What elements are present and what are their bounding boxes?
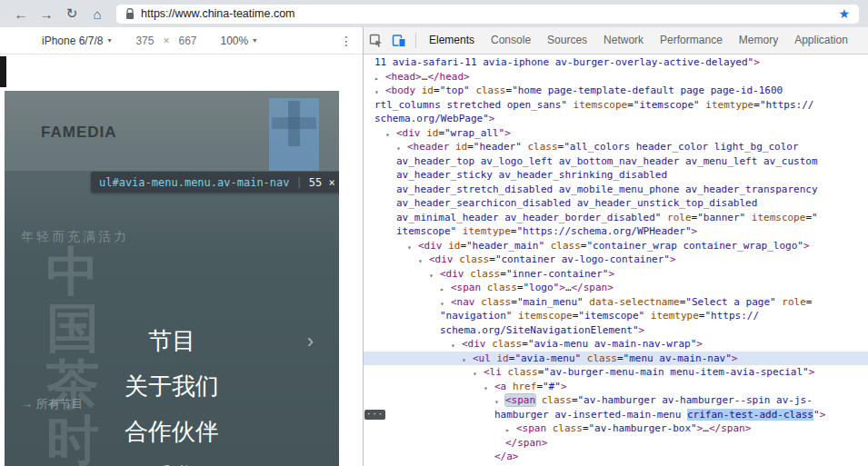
browser-toolbar: ← → ↻ ⌂ https://www.china-teatime.com ★ bbox=[0, 0, 868, 27]
tree-line[interactable]: </span> bbox=[364, 436, 868, 451]
device-toolbar: iPhone 6/7/8 ▾ 375 × 667 100% ▾ ⋮ bbox=[0, 27, 363, 55]
toolbar-divider bbox=[415, 33, 416, 48]
tab-console[interactable]: Console bbox=[483, 27, 539, 54]
zoom-select[interactable]: 100% ▾ bbox=[220, 35, 256, 47]
device-select[interactable]: iPhone 6/7/8 ▾ bbox=[42, 35, 111, 47]
back-button[interactable]: ← bbox=[9, 3, 33, 25]
tree-line[interactable]: ▾<nav class="main_menu" data-selectname=… bbox=[364, 295, 868, 310]
tab-performance[interactable]: Performance bbox=[652, 27, 731, 54]
hamburger-icon bbox=[272, 117, 316, 129]
tree-line[interactable]: ▾<div id="wrap_all"> bbox=[364, 126, 868, 141]
tree-line[interactable]: ▾<ul id="avia-menu" class="menu av-main-… bbox=[364, 352, 868, 366]
tree-line[interactable]: ▾<div class="container av-logo-container… bbox=[364, 253, 868, 267]
viewport-width-input[interactable]: 375 bbox=[135, 35, 154, 47]
tree-line[interactable]: schema.org/WebPage"> bbox=[364, 112, 868, 126]
bookmark-star-icon[interactable]: ★ bbox=[838, 7, 850, 20]
tree-line[interactable]: ▸<span class="logo">…</span> bbox=[364, 281, 868, 295]
tooltip-selector: ul#avia-menu.menu.av-main-nav bbox=[99, 176, 290, 189]
tree-line[interactable]: ▾<header id="header" class="all_colors h… bbox=[364, 140, 868, 154]
device-screen: FAMEDIA 年轻而充满活力 中国茶时 节目›关于我们合作伙伴联系我们 → 所… bbox=[5, 91, 339, 466]
tooltip-dimensions: 55 × 80 bbox=[309, 176, 339, 189]
tab-sources[interactable]: Sources bbox=[539, 27, 595, 54]
menu-item[interactable]: 节目› bbox=[5, 318, 339, 363]
all-programs-link[interactable]: → 所有节目 bbox=[21, 396, 84, 412]
elements-tree: 11 avia-safari-11 avia-iphone av-burger-… bbox=[364, 55, 868, 466]
content-area: iPhone 6/7/8 ▾ 375 × 667 100% ▾ ⋮ FAMEDI… bbox=[0, 27, 868, 466]
tree-line[interactable]: ▾<a href="#"> bbox=[364, 380, 868, 394]
viewport-height-input[interactable]: 667 bbox=[178, 35, 196, 47]
menu-item-label: 合作伙伴 bbox=[125, 418, 219, 445]
tree-line[interactable]: "navigation" itemscope="itemscope" itemt… bbox=[364, 309, 868, 323]
devtools-tabs: ElementsConsoleSourcesNetworkPerformance… bbox=[421, 27, 856, 54]
home-button[interactable]: ⌂ bbox=[85, 3, 109, 25]
tree-line[interactable]: av_header_top av_logo_left av_bottom_nav… bbox=[364, 154, 868, 169]
devtools-tabbar: ElementsConsoleSourcesNetworkPerformance… bbox=[364, 27, 868, 55]
tree-line[interactable]: av_header_stretch_disabled av_mobile_men… bbox=[364, 183, 868, 197]
forward-button[interactable]: → bbox=[35, 3, 58, 25]
tree-line[interactable]: ▾<body id="top" class="home page-templat… bbox=[364, 84, 868, 98]
lock-icon bbox=[125, 8, 135, 20]
tab-application[interactable]: Application bbox=[786, 27, 856, 54]
inspect-highlight-overlay bbox=[269, 98, 319, 171]
device-toolbar-toggle-icon[interactable] bbox=[387, 29, 411, 53]
page-edge-artifact bbox=[0, 56, 6, 87]
chevron-down-icon: ▾ bbox=[253, 36, 256, 45]
tooltip-separator: | bbox=[296, 176, 303, 189]
tab-elements[interactable]: Elements bbox=[421, 27, 483, 54]
more-actions-chip[interactable]: ··· bbox=[364, 410, 385, 420]
menu-item-label: 关于我们 bbox=[125, 372, 219, 400]
browser-window: ← → ↻ ⌂ https://www.china-teatime.com ★ … bbox=[0, 0, 868, 466]
tree-line[interactable]: av_minimal_header av_header_border_disab… bbox=[364, 211, 868, 225]
tree-line[interactable]: 11 avia-safari-11 avia-iphone av-burger-… bbox=[364, 55, 868, 70]
tree-line[interactable]: ▾<div class="inner-container"> bbox=[364, 267, 868, 282]
address-bar[interactable]: https://www.china-teatime.com ★ bbox=[116, 5, 859, 24]
device-emulation-pane: iPhone 6/7/8 ▾ 375 × 667 100% ▾ ⋮ FAMEDI… bbox=[0, 27, 364, 466]
element-tooltip: ul#avia-menu.menu.av-main-nav | 55 × 80 bbox=[91, 172, 339, 193]
tree-line[interactable]: ▾<span class="av-hamburger av-hamburger-… bbox=[364, 393, 868, 408]
tree-line[interactable]: ▾<div class="avia-menu av-main-nav-wrap"… bbox=[364, 337, 868, 352]
tree-line[interactable]: ▾<div id="header_main" class="container_… bbox=[364, 239, 868, 253]
tab-memory[interactable]: Memory bbox=[731, 27, 786, 54]
menu-item-label: 节目 bbox=[148, 327, 195, 354]
tree-line[interactable]: ▸<head>…</head> bbox=[364, 70, 868, 84]
tree-line[interactable]: </a> bbox=[364, 450, 868, 464]
big-text-char: 中 bbox=[46, 243, 99, 300]
tree-line[interactable]: ▸<span class="av-hamburger-box">…</span> bbox=[364, 421, 868, 436]
tree-line[interactable]: itemscope" itemtype="https://schema.org/… bbox=[364, 224, 868, 239]
tab-network[interactable]: Network bbox=[595, 27, 652, 54]
dimensions-separator: × bbox=[163, 35, 169, 47]
tree-line[interactable]: ▾<li class="av-burger-menu-main menu-ite… bbox=[364, 365, 868, 380]
site-logo[interactable]: FAMEDIA bbox=[41, 124, 117, 142]
device-more-options-icon[interactable]: ⋮ bbox=[340, 34, 353, 48]
devtools-panel: ElementsConsoleSourcesNetworkPerformance… bbox=[364, 27, 868, 466]
url-text: https://www.china-teatime.com bbox=[141, 7, 295, 20]
tree-line[interactable]: ···hamburger av-inserted-main-menu crifa… bbox=[364, 408, 868, 422]
tree-line[interactable]: schema.org/SiteNavigationElement"> bbox=[364, 323, 868, 338]
chevron-down-icon: ▾ bbox=[107, 36, 111, 45]
site-menu: 节目›关于我们合作伙伴联系我们 bbox=[5, 318, 339, 466]
tree-line[interactable]: av_header_sticky av_header_shrinking_dis… bbox=[364, 168, 868, 183]
menu-item[interactable]: 合作伙伴 bbox=[5, 409, 339, 454]
tree-line[interactable]: av_header_searchicon_disabled av_header_… bbox=[364, 196, 868, 211]
menu-item[interactable]: 联系我们 bbox=[5, 454, 339, 466]
inspect-element-icon[interactable] bbox=[364, 29, 387, 53]
tree-line[interactable]: rtl_columns stretched open_sans" itemsco… bbox=[364, 98, 868, 113]
device-canvas: FAMEDIA 年轻而充满活力 中国茶时 节目›关于我们合作伙伴联系我们 → 所… bbox=[0, 55, 363, 466]
chevron-right-icon: › bbox=[307, 319, 314, 364]
reload-button[interactable]: ↻ bbox=[60, 3, 84, 25]
